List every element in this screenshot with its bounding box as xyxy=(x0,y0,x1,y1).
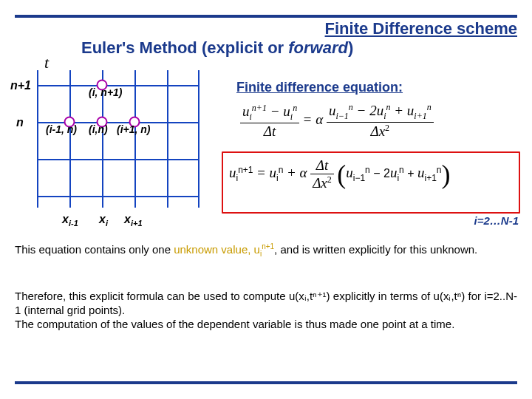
xtick-i-plus-1: xi+1 xyxy=(124,213,143,228)
equation-2-boxed: uin+1 = uin + α ΔtΔx2 (ui−1n − 2uin + ui… xyxy=(222,151,520,214)
top-divider xyxy=(15,15,517,18)
label-iminus1-n: (i-1, n) xyxy=(46,123,77,135)
label-i-n: (i,n) xyxy=(89,123,108,135)
y-label-n-plus-1: n+1 xyxy=(10,79,31,92)
xtick-i-minus-1: xi-1 xyxy=(62,213,78,228)
equation-heading: Finite difference equation: xyxy=(236,80,403,95)
y-label-n: n xyxy=(16,116,24,129)
title2-b: forward xyxy=(288,38,348,57)
label-iplus1-n: (i+1, n) xyxy=(117,123,151,135)
equation-1: uin+1 − uinΔt = α ui−1n − 2uin + ui+1nΔx… xyxy=(240,102,506,143)
paragraph-2: Therefore, this explicit formula can be … xyxy=(15,290,517,331)
index-range: i=2…N-1 xyxy=(474,214,519,227)
title2-a: Euler's Method (explicit or xyxy=(81,38,288,57)
stencil-grid: (i, n+1) (i-1, n) (i,n) (i+1, n) xyxy=(37,70,200,208)
paragraph-1: This equation contains only one unknown … xyxy=(15,242,517,259)
xtick-i: xi xyxy=(99,213,108,228)
slide-title-line2: Euler's Method (explicit or forward) xyxy=(81,38,353,58)
slide-title-line1: Finite Difference scheme xyxy=(0,19,517,38)
title1-text: Finite Difference scheme xyxy=(325,19,517,38)
bottom-divider xyxy=(15,381,517,384)
title2-c: ) xyxy=(348,38,353,57)
label-i-nplus1: (i, n+1) xyxy=(89,86,123,98)
